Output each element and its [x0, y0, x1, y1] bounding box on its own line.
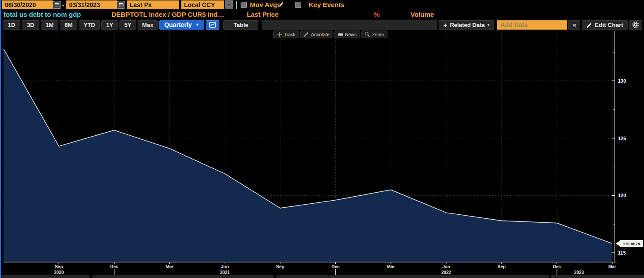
svg-text:2020: 2020 [54, 270, 64, 275]
chart-settings-gear-button[interactable] [629, 20, 642, 30]
key-events-checkbox[interactable] [295, 2, 301, 8]
chart-area: TrackAnnotateNewsZoom 115120125130SepDec… [0, 30, 644, 278]
chart-tool-label: News [345, 32, 356, 37]
chart-tool-label: Zoom [372, 32, 384, 37]
svg-text:120: 120 [618, 193, 626, 198]
svg-text:Sep: Sep [276, 264, 284, 269]
zoom-icon [365, 32, 370, 37]
currency-dropdown-button[interactable]: ▾ [225, 0, 233, 9]
svg-text:Dec: Dec [553, 264, 561, 269]
bloomberg-gp-chart-window: { "top_bar": { "date_from": "06/30/2020"… [0, 0, 644, 278]
mov-avgs-checkbox[interactable] [241, 2, 247, 8]
mov-avgs-edit-pencil-icon[interactable] [278, 1, 285, 8]
svg-text:2021: 2021 [220, 270, 230, 275]
chart-tool-label: Track [284, 32, 295, 37]
range-buttons: 1D3D1M6MYTD1Y5YMax [3, 20, 158, 30]
calendar-icon [119, 3, 123, 7]
chart-toolbar: 1D3D1M6MYTD1Y5YMax Quarterly ▼ Table + R… [0, 19, 644, 30]
currency-selector[interactable]: Local CCY [181, 0, 224, 9]
range-button-6m[interactable]: 6M [60, 20, 77, 30]
svg-text:2023: 2023 [574, 270, 584, 275]
annotate-icon [304, 32, 309, 37]
chevron-down-icon: ▾ [487, 23, 490, 27]
price-type-label: Last Price [247, 10, 279, 19]
percent-indicator: % [374, 10, 380, 19]
chart-settings-bar: 06/30/2020 - 03/31/2023 Last Px Local CC… [0, 0, 644, 10]
range-button-ytd[interactable]: YTD [79, 20, 100, 30]
toolbar-divider [236, 1, 237, 9]
gear-icon [632, 21, 639, 28]
range-button-3d[interactable]: 3D [22, 20, 39, 30]
start-date-field[interactable]: 06/30/2020 [2, 0, 53, 9]
legend-bar: total us debt to nom gdp DEBPTOTL Index … [0, 10, 644, 19]
last-price-flag: 115.8078 [616, 240, 643, 247]
chart-tool-track-button[interactable]: Track [273, 30, 299, 38]
svg-text:2022: 2022 [441, 270, 452, 275]
period-label: Quarterly [164, 21, 192, 28]
period-selector[interactable]: Quarterly ▼ [159, 20, 204, 30]
svg-text:115: 115 [618, 250, 626, 255]
calendar-icon [55, 3, 59, 7]
track-icon [277, 32, 282, 37]
svg-text:Mar: Mar [387, 264, 395, 269]
key-events-label: Key Events [309, 0, 345, 10]
related-data-label: Related Data [450, 22, 485, 28]
plus-icon: + [443, 21, 447, 29]
svg-text:Mar: Mar [165, 264, 173, 269]
chart-tools: TrackAnnotateNewsZoom [273, 30, 387, 38]
range-button-1y[interactable]: 1Y [101, 20, 118, 30]
start-date-calendar-button[interactable] [53, 1, 61, 9]
svg-text:125: 125 [618, 136, 626, 141]
svg-text:115.8078: 115.8078 [623, 241, 640, 246]
end-date-calendar-button[interactable] [117, 1, 125, 9]
dropdown-arrow-icon: ▼ [196, 23, 199, 27]
edit-chart-label: Edit Chart [594, 22, 623, 28]
svg-text:Jun: Jun [442, 264, 450, 269]
svg-text:Dec: Dec [110, 264, 119, 269]
end-date-field[interactable]: 03/31/2023 [66, 0, 117, 9]
chart-tool-label: Annotate [311, 32, 330, 37]
toolbar-filler [262, 20, 437, 30]
price-chart-host: 115120125130SepDecMarJunSepDecMarJunSepD… [0, 30, 644, 278]
volume-label: Volume [410, 10, 434, 19]
price-field-selector[interactable]: Last Px [127, 0, 179, 9]
range-button-1m[interactable]: 1M [41, 20, 58, 30]
mov-avgs-label: Mov Avgs [250, 0, 281, 10]
svg-text:Sep: Sep [55, 264, 63, 269]
date-range-separator: - [62, 0, 64, 10]
svg-text:Dec: Dec [331, 264, 340, 269]
svg-text:Jun: Jun [221, 264, 229, 269]
chart-type-button[interactable] [206, 20, 219, 30]
price-chart[interactable]: 115120125130SepDecMarJunSepDecMarJunSepD… [0, 30, 644, 278]
news-icon [338, 32, 343, 37]
chart-tool-zoom-button[interactable]: Zoom [361, 30, 387, 38]
related-data-button[interactable]: + Related Data ▾ [439, 20, 494, 30]
range-button-1d[interactable]: 1D [3, 20, 20, 30]
chart-title: total us debt to nom gdp [4, 10, 81, 19]
chart-tool-annotate-button[interactable]: Annotate [300, 30, 333, 38]
edit-chart-button[interactable]: Edit Chart [582, 20, 628, 30]
security-name[interactable]: DEBPTOTL Index / GDP CUR$ Ind… [111, 10, 224, 19]
svg-text:130: 130 [618, 78, 626, 84]
add-data-input[interactable] [497, 20, 567, 30]
pencil-icon [586, 22, 592, 28]
window-bottom-edge [0, 275, 644, 278]
chart-tool-news-button[interactable]: News [334, 30, 360, 38]
line-chart-icon [209, 22, 216, 28]
range-button-max[interactable]: Max [138, 20, 158, 30]
svg-text:Sep: Sep [498, 264, 506, 269]
svg-text:Mar: Mar [608, 264, 616, 269]
window-left-edge [0, 0, 1, 278]
collapse-toolbar-button[interactable]: « [568, 20, 580, 30]
range-button-5y[interactable]: 5Y [119, 20, 136, 30]
table-button[interactable]: Table [223, 20, 258, 30]
